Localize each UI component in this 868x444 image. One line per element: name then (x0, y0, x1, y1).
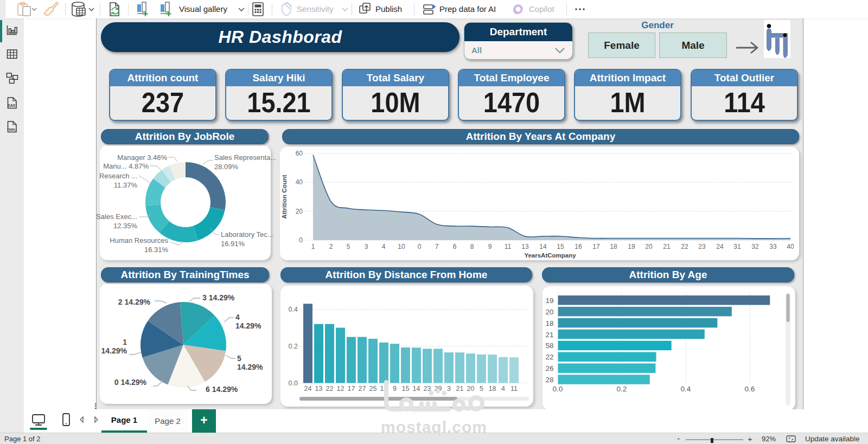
svg-text:24: 24 (716, 243, 724, 250)
svg-text:YearsAtCompany: YearsAtCompany (524, 252, 576, 259)
svg-text:21: 21 (546, 331, 554, 339)
svg-text:5: 5 (347, 243, 350, 250)
svg-text:0.2: 0.2 (289, 343, 298, 350)
svg-text:6: 6 (453, 243, 457, 250)
svg-text:5: 5 (237, 354, 241, 363)
svg-text:Manager 3.46%: Manager 3.46% (117, 153, 167, 162)
svg-text:25: 25 (369, 385, 377, 392)
svg-text:4: 4 (382, 243, 386, 250)
svg-text:5: 5 (480, 385, 483, 392)
svg-text:16: 16 (575, 243, 582, 250)
svg-text:18: 18 (546, 319, 554, 327)
svg-text:23: 23 (698, 243, 706, 250)
svg-text:Human Resources: Human Resources (110, 236, 168, 244)
svg-text:40: 40 (296, 178, 303, 186)
svg-text:28: 28 (546, 376, 554, 384)
svg-text:0.2: 0.2 (617, 385, 627, 393)
svg-text:9: 9 (488, 243, 492, 250)
svg-text:33: 33 (769, 243, 777, 250)
svg-text:16.31%: 16.31% (144, 246, 169, 254)
svg-text:11: 11 (510, 385, 518, 392)
svg-text:24: 24 (304, 385, 312, 392)
svg-text:14.29%: 14.29% (101, 346, 127, 355)
svg-text:14.29%: 14.29% (237, 363, 263, 371)
svg-text:0.0: 0.0 (553, 385, 563, 393)
svg-text:15: 15 (557, 243, 564, 250)
svg-text:18: 18 (489, 385, 496, 392)
svg-text:3: 3 (447, 385, 451, 392)
svg-text:Sales Representa...: Sales Representa... (214, 153, 276, 162)
svg-text:20: 20 (467, 385, 475, 392)
svg-text:12.35%: 12.35% (113, 222, 138, 230)
svg-text:27: 27 (359, 385, 366, 392)
svg-text:2 14.29%: 2 14.29% (118, 298, 151, 306)
svg-text:13: 13 (315, 385, 323, 392)
svg-text:9: 9 (393, 385, 397, 392)
svg-text:15: 15 (402, 385, 410, 392)
svg-text:14: 14 (413, 385, 420, 392)
svg-text:20: 20 (546, 308, 554, 316)
svg-text:8: 8 (470, 243, 474, 250)
svg-text:0 14.29%: 0 14.29% (114, 378, 147, 387)
svg-text:28.09%: 28.09% (214, 163, 239, 171)
svg-text:26: 26 (546, 364, 554, 372)
svg-text:14.29%: 14.29% (235, 321, 261, 330)
svg-text:0: 0 (418, 243, 422, 250)
svg-text:6 14.29%: 6 14.29% (206, 385, 238, 394)
svg-text:40: 40 (787, 243, 794, 250)
svg-text:18: 18 (610, 243, 617, 250)
svg-text:10: 10 (398, 243, 405, 250)
svg-text:2: 2 (329, 243, 333, 250)
svg-text:20: 20 (645, 243, 653, 250)
svg-text:1: 1 (311, 243, 315, 250)
svg-text:19: 19 (546, 297, 554, 305)
svg-text:21: 21 (663, 243, 671, 250)
svg-text:7: 7 (435, 243, 439, 250)
svg-text:23: 23 (424, 385, 431, 392)
svg-text:0.4: 0.4 (681, 385, 691, 393)
svg-text:22: 22 (681, 243, 688, 250)
svg-text:1: 1 (123, 338, 127, 346)
svg-text:11.37%: 11.37% (114, 181, 138, 189)
svg-text:20: 20 (296, 208, 303, 215)
svg-text:12: 12 (337, 385, 344, 392)
svg-text:60: 60 (296, 150, 303, 157)
svg-text:0.4: 0.4 (289, 306, 298, 313)
svg-text:Manu... 4.87%: Manu... 4.87% (103, 162, 149, 170)
svg-text:17: 17 (592, 243, 600, 250)
svg-text:4: 4 (235, 313, 240, 321)
svg-text:3: 3 (365, 243, 368, 250)
svg-text:31: 31 (733, 243, 741, 250)
svg-text:4: 4 (501, 385, 505, 392)
svg-text:14: 14 (539, 243, 547, 250)
svg-text:11: 11 (505, 243, 512, 250)
svg-text:0.0: 0.0 (289, 379, 298, 387)
svg-text:Research ...: Research ... (99, 172, 137, 180)
svg-text:29: 29 (435, 385, 442, 392)
svg-text:0: 0 (299, 236, 303, 244)
svg-text:22: 22 (546, 353, 554, 361)
svg-text:13: 13 (521, 243, 529, 250)
svg-text:Sales Exec...: Sales Exec... (96, 213, 137, 221)
svg-text:Attrition Count: Attrition Count (281, 175, 288, 218)
svg-text:58: 58 (546, 342, 554, 350)
svg-text:16: 16 (380, 385, 388, 392)
svg-text:17: 17 (348, 385, 355, 392)
svg-text:3 14.29%: 3 14.29% (202, 293, 235, 302)
svg-text:22: 22 (326, 385, 334, 392)
svg-text:32: 32 (751, 243, 759, 250)
svg-text:19: 19 (628, 243, 635, 250)
svg-text:21: 21 (456, 385, 464, 392)
svg-text:0.6: 0.6 (745, 385, 755, 393)
svg-text:16.91%: 16.91% (221, 240, 245, 248)
svg-text:Laboratory Tec...: Laboratory Tec... (221, 230, 273, 239)
